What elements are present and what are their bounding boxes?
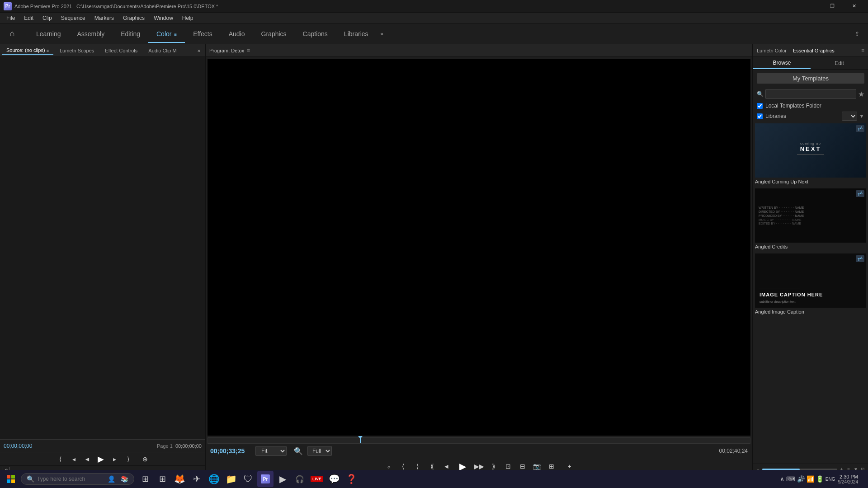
taskbar-search-input[interactable]: [37, 476, 105, 482]
wifi-icon[interactable]: 📶: [807, 475, 814, 483]
taskbar-live-btn[interactable]: LIVE: [309, 471, 325, 487]
close-button[interactable]: ✕: [844, 0, 864, 13]
eg-search-row: 🔍 ★: [757, 89, 864, 99]
svg-rect-2: [7, 479, 10, 483]
coming-up-dots: · · ·: [797, 156, 824, 160]
template-name-3: Angled Image Caption: [755, 308, 866, 315]
taskbar-telegram-btn[interactable]: ✈: [189, 471, 205, 487]
source-play-back-btn[interactable]: ◄: [82, 454, 93, 465]
lumetri-color-label[interactable]: Lumetri Color: [757, 48, 787, 53]
home-button[interactable]: ⌂: [5, 27, 19, 41]
source-in-point-btn[interactable]: ⟨: [55, 454, 66, 465]
credits-line1: WRITTEN BY · · · · · · · · · NAME: [759, 206, 863, 209]
program-end-timecode: 00;02;40;24: [719, 448, 748, 454]
program-timecode[interactable]: 00;00;33;25: [210, 447, 251, 455]
template-angled-credits[interactable]: WRITTEN BY · · · · · · · · · NAME DIRECT…: [755, 188, 866, 250]
taskbar-firefox-btn[interactable]: 🦊: [171, 471, 188, 487]
nav-learning[interactable]: Learning: [28, 28, 69, 40]
eg-search-input[interactable]: [765, 89, 856, 99]
source-step-back-btn[interactable]: ◂: [68, 454, 79, 465]
taskbar-youtube-btn[interactable]: ▶: [274, 471, 291, 487]
battery-icon[interactable]: 🔋: [816, 475, 824, 483]
nav-editing[interactable]: Editing: [113, 28, 148, 40]
program-title: Program: Detox: [209, 48, 244, 53]
program-menu-icon[interactable]: ≡: [247, 47, 250, 54]
template-angled-image-caption[interactable]: IMAGE CAPTION HERE subtitle or descripti…: [755, 253, 866, 315]
minimize-button[interactable]: —: [800, 0, 821, 13]
fit-dropdown[interactable]: Fit 25% 50% 100%: [255, 446, 287, 456]
coming-up-main: NEXT: [797, 145, 824, 152]
taskbar-chat-btn[interactable]: 💬: [326, 471, 342, 487]
taskbar-premiere-btn[interactable]: Pr: [257, 471, 274, 487]
template-name-2: Angled Credits: [755, 243, 866, 250]
source-out-point-btn[interactable]: ⟩: [123, 454, 133, 465]
eg-browse-tab[interactable]: Browse: [753, 57, 811, 69]
program-timeline-bar[interactable]: [208, 437, 750, 444]
nav-more-button[interactable]: »: [377, 28, 387, 39]
nav-libraries[interactable]: Libraries: [336, 28, 377, 40]
taskbar-vbcable-btn[interactable]: 🎧: [292, 471, 308, 487]
credits-line2: DIRECTED BY · · · · · · · · NAME: [759, 210, 863, 213]
libraries-checkbox[interactable]: [757, 113, 763, 119]
source-panel-more[interactable]: »: [194, 46, 203, 55]
eg-menu-icon[interactable]: ≡: [861, 47, 864, 54]
essential-graphics-label[interactable]: Essential Graphics: [793, 48, 835, 53]
source-tab[interactable]: Source: (no clips) ≡: [2, 47, 53, 55]
nav-color[interactable]: Color ≡: [148, 28, 185, 40]
my-templates-button[interactable]: My Templates: [757, 73, 864, 84]
libraries-dropdown[interactable]: [842, 112, 857, 121]
menu-file[interactable]: File: [3, 14, 19, 22]
nav-audio[interactable]: Audio: [221, 28, 253, 40]
taskbar-right: ∧ ⌨ 🔊 📶 🔋 ENG 2:30 PM 9/24/2024: [780, 474, 866, 484]
coming-up-sub: coming up: [797, 141, 824, 145]
eg-edit-tab[interactable]: Edit: [811, 57, 868, 69]
eg-star-button[interactable]: ★: [858, 90, 864, 99]
start-button[interactable]: [2, 470, 20, 488]
source-play-btn[interactable]: ▶: [95, 454, 106, 465]
local-templates-checkbox[interactable]: [757, 103, 763, 109]
nav-captions[interactable]: Captions: [295, 28, 336, 40]
program-panel: Program: Detox ≡ 00;00;33;25 Fit 25% 50%…: [206, 44, 753, 474]
taskbar-apps-btn[interactable]: ⊞: [154, 471, 170, 487]
menu-help[interactable]: Help: [179, 14, 197, 22]
task-view-btn[interactable]: ⊞: [137, 471, 153, 487]
nav-graphics[interactable]: Graphics: [253, 28, 295, 40]
taskbar-search-bar[interactable]: 🔍 👤 📚: [21, 473, 134, 485]
tray-up-icon[interactable]: ∧: [780, 475, 784, 483]
live-badge: LIVE: [311, 476, 323, 482]
taskbar-security-btn[interactable]: 🛡: [240, 471, 256, 487]
taskbar-help-btn[interactable]: ❓: [343, 471, 359, 487]
source-add-edit-btn[interactable]: ⊕: [140, 454, 151, 465]
libraries-expand-icon[interactable]: ▼: [859, 113, 864, 119]
nav-effects[interactable]: Effects: [185, 28, 221, 40]
menu-window[interactable]: Window: [150, 14, 177, 22]
template-thumb-2: WRITTEN BY · · · · · · · · · NAME DIRECT…: [755, 188, 866, 243]
effect-controls-tab[interactable]: Effect Controls: [100, 47, 142, 54]
source-panel-content: [0, 57, 205, 439]
menu-graphics[interactable]: Graphics: [119, 14, 148, 22]
clock-area[interactable]: 2:30 PM 9/24/2024: [838, 474, 859, 484]
quality-dropdown[interactable]: Full 1/2 1/4: [307, 446, 332, 456]
menu-sequence[interactable]: Sequence: [57, 14, 89, 22]
menu-markers[interactable]: Markers: [91, 14, 118, 22]
taskbar-explorer-btn[interactable]: 📁: [223, 471, 239, 487]
taskbar-book-icon: 📚: [121, 475, 128, 483]
nav-publish-button[interactable]: ⇪: [852, 28, 863, 39]
maximize-button[interactable]: ❐: [822, 0, 843, 13]
audio-clip-tab[interactable]: Audio Clip M: [144, 47, 181, 54]
template-angled-coming-up[interactable]: coming up NEXT · · · TA Angled Coming Up…: [755, 123, 866, 185]
menu-edit[interactable]: Edit: [20, 14, 37, 22]
template-badge-1: TA: [856, 125, 864, 132]
svg-rect-3: [11, 479, 15, 483]
taskbar-edge-btn[interactable]: 🌐: [206, 471, 222, 487]
lumetri-scopes-tab[interactable]: Lumetri Scopes: [55, 47, 99, 54]
template-badge-2: TA: [856, 190, 864, 197]
nav-assembly[interactable]: Assembly: [69, 28, 113, 40]
eg-header: Lumetri Color Essential Graphics ≡: [753, 44, 868, 57]
menu-clip[interactable]: Clip: [39, 14, 56, 22]
taskbar: 🔍 👤 📚 ⊞ ⊞ 🦊 ✈ 🌐 📁 🛡 Pr ▶ 🎧 LIVE 💬 ❓ ∧ ⌨ …: [0, 470, 868, 488]
volume-icon[interactable]: 🔊: [797, 475, 805, 483]
source-step-fwd-btn[interactable]: ▸: [109, 454, 120, 465]
premiere-icon: Pr: [261, 474, 270, 483]
zoom-icon[interactable]: 🔍: [294, 447, 303, 455]
